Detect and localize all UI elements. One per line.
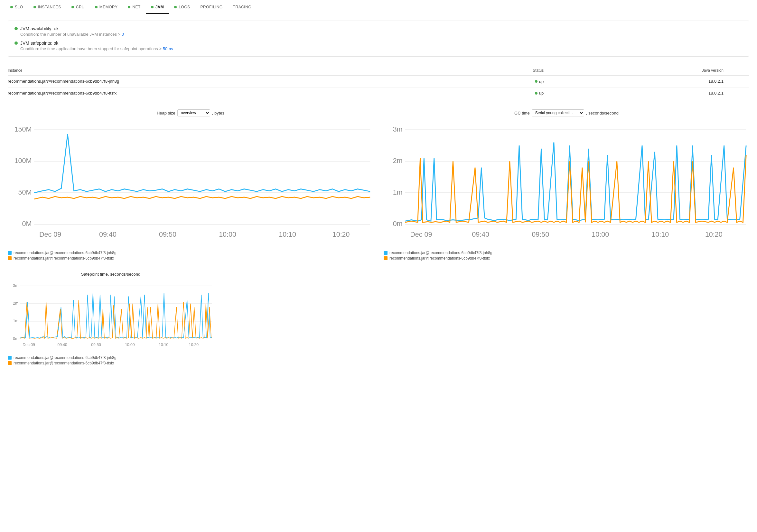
instance-name-2: recommendations.jar@recommendations-6cb9… — [8, 87, 430, 99]
up-dot-1 — [535, 80, 537, 83]
main-content: JVM availability: ok Condition: the numb… — [0, 14, 757, 373]
instances-table: Instance Status Java version recommendat… — [8, 66, 749, 99]
safepoint-chart-wrap: 3m 2m 1m 0m Dec 09 09:40 09:50 10:00 10:… — [8, 280, 214, 352]
nav-item-slo[interactable]: SLO — [5, 0, 28, 14]
heap-legend-label-1: recommendations.jar@recommendations-6cb9… — [14, 251, 116, 255]
nav-label-jvm: JVM — [156, 5, 164, 9]
heap-title-suffix: , bytes — [212, 111, 224, 116]
svg-text:10:10: 10:10 — [159, 343, 169, 347]
svg-text:1m: 1m — [393, 188, 403, 196]
instance-status-1: up — [430, 75, 569, 88]
nav-label-cpu: CPU — [76, 5, 85, 9]
safepoint-swatch-2 — [8, 361, 12, 365]
gc-legend-label-2: recommendations.jar@recommendations-6cb9… — [389, 256, 490, 261]
table-row: recommendations.jar@recommendations-6cb9… — [8, 87, 749, 99]
nav-label-instances: INSTANCES — [38, 5, 61, 9]
heap-dropdown[interactable]: overview used committed — [177, 109, 210, 116]
nav-item-logs[interactable]: LOGS — [169, 0, 195, 14]
nav-item-instances[interactable]: INSTANCES — [28, 0, 66, 14]
gc-title-prefix: GC time — [514, 111, 530, 116]
svg-text:10:10: 10:10 — [279, 231, 296, 238]
status-item-availability: JVM availability: ok Condition: the numb… — [15, 26, 742, 37]
nav-label-tracing: TRACING — [233, 5, 252, 9]
instance-java-2: 18.0.2.1 — [569, 87, 749, 99]
svg-text:10:10: 10:10 — [651, 231, 669, 238]
svg-text:09:50: 09:50 — [159, 231, 176, 238]
heap-legend-2: recommendations.jar@recommendations-6cb9… — [8, 256, 373, 261]
svg-text:150M: 150M — [15, 126, 32, 133]
table-row: recommendations.jar@recommendations-6cb9… — [8, 75, 749, 88]
instance-status-2: up — [430, 87, 569, 99]
safepoint-legend-2: recommendations.jar@recommendations-6cb9… — [8, 361, 214, 365]
gc-swatch-2 — [384, 256, 387, 260]
nav-dot-memory — [95, 6, 98, 8]
heap-swatch-2 — [8, 256, 12, 260]
availability-link[interactable]: 0 — [122, 32, 124, 37]
nav-dot-cpu — [72, 6, 74, 8]
availability-dot — [15, 27, 18, 30]
svg-text:Dec 09: Dec 09 — [39, 231, 61, 238]
gc-chart-svg: 3m 2m 1m 0m Dec 09 09:40 09:50 10:00 10:… — [384, 120, 749, 246]
instance-name-1: recommendations.jar@recommendations-6cb9… — [8, 75, 430, 88]
gc-dropdown[interactable]: Serial young collecti... Full GC — [532, 109, 584, 116]
svg-text:09:40: 09:40 — [472, 231, 489, 238]
svg-text:3m: 3m — [393, 126, 403, 133]
safepoint-chart-container: Safepoint time, seconds/second 3m 2m 1m … — [8, 272, 214, 366]
svg-text:50M: 50M — [18, 188, 32, 196]
nav-dot-net — [128, 6, 130, 8]
gc-legend-1: recommendations.jar@recommendations-6cb9… — [384, 251, 749, 255]
gc-chart-title: GC time Serial young collecti... Full GC… — [384, 109, 749, 116]
col-status: Status — [430, 66, 569, 75]
svg-text:Dec 09: Dec 09 — [22, 343, 35, 347]
safepoint-chart-svg: 3m 2m 1m 0m Dec 09 09:40 09:50 10:00 10:… — [8, 280, 214, 351]
nav-item-jvm[interactable]: JVM — [146, 0, 169, 14]
heap-chart-wrap: 150M 100M 50M 0M Dec 09 09:40 09:50 10:0… — [8, 120, 373, 247]
nav-item-profiling[interactable]: PROFILING — [196, 0, 228, 14]
heap-legend-1: recommendations.jar@recommendations-6cb9… — [8, 251, 373, 255]
svg-text:09:50: 09:50 — [532, 231, 549, 238]
heap-chart-title: Heap size overview used committed , byte… — [8, 109, 373, 116]
charts-grid: Heap size overview used committed , byte… — [8, 109, 749, 262]
nav-dot-jvm — [151, 6, 154, 8]
gc-legend-label-1: recommendations.jar@recommendations-6cb9… — [389, 251, 493, 255]
col-instance: Instance — [8, 66, 430, 75]
safepoint-chart-title: Safepoint time, seconds/second — [8, 272, 214, 277]
heap-title-prefix: Heap size — [157, 111, 175, 116]
gc-chart-container: GC time Serial young collecti... Full GC… — [384, 109, 749, 262]
safepoint-title: Safepoint time, seconds/second — [81, 272, 140, 277]
heap-chart-svg: 150M 100M 50M 0M Dec 09 09:40 09:50 10:0… — [8, 120, 373, 246]
svg-text:0m: 0m — [13, 336, 18, 341]
nav-bar: SLO INSTANCES CPU MEMORY NET JVM LOGS PR… — [0, 0, 757, 14]
svg-text:10:20: 10:20 — [189, 343, 199, 347]
nav-label-slo: SLO — [15, 5, 23, 9]
svg-text:10:00: 10:00 — [219, 231, 236, 238]
heap-chart-legend: recommendations.jar@recommendations-6cb9… — [8, 251, 373, 261]
nav-label-memory: MEMORY — [100, 5, 118, 9]
svg-text:09:50: 09:50 — [91, 343, 101, 347]
svg-text:0M: 0M — [22, 220, 32, 228]
col-java: Java version — [569, 66, 749, 75]
safepoint-legend-label-2: recommendations.jar@recommendations-6cb9… — [14, 361, 114, 365]
up-dot-2 — [535, 92, 537, 95]
svg-text:3m: 3m — [13, 283, 18, 288]
svg-text:10:00: 10:00 — [591, 231, 609, 238]
nav-label-profiling: PROFILING — [200, 5, 223, 9]
nav-item-tracing[interactable]: TRACING — [228, 0, 257, 14]
nav-item-cpu[interactable]: CPU — [66, 0, 90, 14]
gc-chart-legend: recommendations.jar@recommendations-6cb9… — [384, 251, 749, 261]
status-box: JVM availability: ok Condition: the numb… — [8, 20, 749, 57]
svg-text:Dec 09: Dec 09 — [410, 231, 432, 238]
gc-legend-2: recommendations.jar@recommendations-6cb9… — [384, 256, 749, 261]
svg-text:0m: 0m — [393, 220, 403, 228]
safepoint-swatch-1 — [8, 356, 12, 360]
nav-item-memory[interactable]: MEMORY — [90, 0, 123, 14]
svg-text:100M: 100M — [15, 157, 32, 165]
svg-text:09:40: 09:40 — [57, 343, 67, 347]
safepoints-link[interactable]: 50ms — [163, 46, 173, 51]
instance-java-1: 18.0.2.1 — [569, 75, 749, 88]
availability-title: JVM availability: ok — [20, 26, 124, 31]
svg-text:2m: 2m — [393, 157, 403, 165]
nav-label-net: NET — [132, 5, 141, 9]
nav-item-net[interactable]: NET — [123, 0, 146, 14]
svg-text:09:40: 09:40 — [99, 231, 116, 238]
